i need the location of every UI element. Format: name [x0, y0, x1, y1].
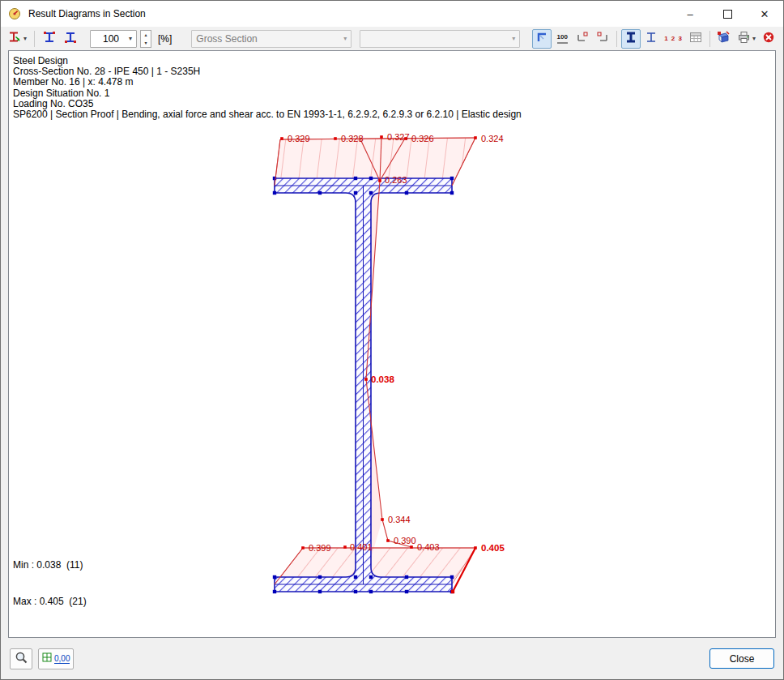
- diagram-min-value-label: 0.038: [371, 374, 394, 384]
- result-point-combobox[interactable]: ▾: [360, 30, 520, 48]
- diagram-value-label: 0.263: [385, 175, 407, 185]
- stress-point-numbers-icon: [64, 31, 77, 47]
- spin-down-icon: ▾: [141, 39, 151, 47]
- section-diagram-canvas: 0.329 0.328 0.327 0.326 0.324 0.263 0.03…: [9, 51, 775, 637]
- toolbar-separator: [616, 31, 617, 47]
- diagram-value-label: 0.326: [411, 134, 434, 143]
- percent-label: [%]: [158, 33, 172, 45]
- window-controls: – ✕: [671, 1, 783, 27]
- max-value-text: Max : 0.405 (21): [13, 596, 87, 608]
- chevron-down-icon: ▾: [752, 36, 756, 42]
- result-diagram-regions: [275, 138, 475, 584]
- result-info-block: Steel Design Cross-Section No. 28 - IPE …: [13, 56, 522, 120]
- dialog-gauge-icon: [8, 7, 21, 20]
- diagram-left-button[interactable]: [573, 29, 592, 49]
- close-results-button[interactable]: [759, 29, 778, 49]
- info-line: SP6200 | Section Proof | Bending, axial …: [13, 109, 522, 120]
- zoom-spinner[interactable]: ▴ ▾: [140, 30, 151, 48]
- diagram-right-icon: [596, 31, 609, 47]
- grid-snap-button[interactable]: 0,00: [38, 648, 74, 669]
- grid-icon: [42, 652, 52, 665]
- zoom-combobox[interactable]: 100 ▾: [90, 30, 137, 48]
- diagram-value-label: 0.344: [388, 515, 411, 524]
- close-window-button[interactable]: ✕: [746, 1, 783, 27]
- numbering-icon: 1 2 3: [664, 35, 683, 42]
- scale-100-button[interactable]: 100: [552, 29, 572, 49]
- diagram-left-icon: [576, 31, 589, 47]
- cross-section-shape: [275, 178, 452, 592]
- stress-point-numbers-button[interactable]: [61, 29, 80, 49]
- diagram-value-label: 0.327: [387, 132, 410, 142]
- show-section-filled-button[interactable]: [621, 29, 641, 49]
- results-selector-button[interactable]: ▾: [6, 29, 29, 49]
- show-section-outline-button[interactable]: [641, 29, 661, 49]
- toolbar: ▾ 100 ▾: [1, 27, 783, 50]
- zoom-value: 100: [95, 33, 127, 45]
- red-cancel-icon: [762, 31, 775, 47]
- grid-value: 0,00: [54, 654, 70, 664]
- minimize-button[interactable]: –: [671, 1, 709, 27]
- render-3d-button[interactable]: [714, 29, 734, 49]
- fit-selection-button[interactable]: [532, 29, 552, 49]
- section-filled-icon: [624, 31, 637, 47]
- maximize-icon: [723, 10, 732, 19]
- minimize-icon: –: [687, 8, 692, 20]
- diagram-value-label: 0.324: [481, 134, 504, 143]
- titlebar: Result Diagrams in Section – ✕: [1, 1, 783, 27]
- info-line: Design Situation No. 1: [13, 88, 522, 99]
- chevron-down-icon: ▾: [343, 36, 347, 42]
- result-value-labels: 0.329 0.328 0.327 0.326 0.324 0.263 0.03…: [288, 132, 505, 553]
- toolbar-right-group: 100: [532, 29, 778, 49]
- toolbar-separator: [34, 31, 35, 47]
- spin-up-icon: ▴: [141, 31, 151, 39]
- maximize-button[interactable]: [709, 1, 746, 27]
- section-combobox[interactable]: Gross Section ▾: [191, 30, 352, 48]
- drawing-area[interactable]: Steel Design Cross-Section No. 28 - IPE …: [8, 50, 776, 638]
- diagram-value-label: 0.401: [350, 542, 373, 552]
- printer-icon: [737, 31, 751, 47]
- diagram-value-label: 0.390: [394, 536, 416, 545]
- toolbar-separator: [709, 31, 710, 47]
- section-outline-icon: [645, 31, 658, 47]
- diagram-value-label: 0.403: [417, 542, 440, 552]
- result-diagrams-window: Result Diagrams in Section – ✕ ▾: [0, 0, 784, 680]
- diagram-value-label: 0.399: [309, 543, 331, 553]
- footer-bar: 0,00 Close: [1, 638, 783, 679]
- diagram-right-button[interactable]: [593, 29, 612, 49]
- stress-points-icon: [43, 31, 56, 47]
- min-value-text: Min : 0.038 (11): [13, 559, 87, 571]
- beam-3d-icon: [717, 31, 731, 47]
- chevron-down-icon: ▾: [23, 36, 27, 42]
- print-button[interactable]: ▾: [735, 29, 758, 49]
- close-icon: ✕: [761, 8, 769, 20]
- corner-ruler-icon: [535, 31, 548, 47]
- show-numbering-button[interactable]: 1 2 3: [662, 29, 685, 49]
- diagram-max-value-label: 0.405: [481, 543, 505, 553]
- table-grid-icon: [689, 32, 702, 46]
- chevron-down-icon: ▾: [512, 36, 515, 42]
- stress-points-button[interactable]: [40, 29, 59, 49]
- close-button[interactable]: Close: [709, 648, 774, 669]
- section-combobox-value: Gross Section: [196, 33, 342, 45]
- zoom-tool-button[interactable]: [10, 648, 32, 669]
- diagram-value-label: 0.329: [288, 134, 310, 143]
- chevron-down-icon: ▾: [129, 36, 132, 42]
- min-max-block: Min : 0.038 (11) Max : 0.405 (21): [13, 535, 87, 632]
- scale-100-icon: 100: [557, 33, 568, 44]
- window-title: Result Diagrams in Section: [28, 8, 146, 19]
- diagram-value-label: 0.328: [341, 134, 364, 143]
- result-diagram-icon: [8, 31, 22, 47]
- result-table-button[interactable]: [686, 29, 705, 49]
- info-line: Member No. 16 | x: 4.478 m: [13, 77, 522, 88]
- magnifier-icon: [15, 651, 28, 667]
